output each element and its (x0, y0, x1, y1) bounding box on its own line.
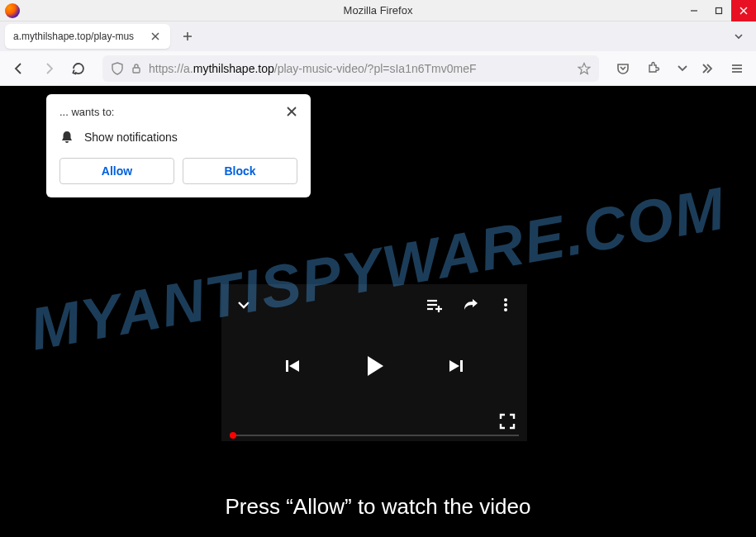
reload-button[interactable] (66, 56, 91, 81)
progress-thumb[interactable] (230, 432, 236, 439)
next-track-icon[interactable] (446, 356, 466, 376)
video-player (221, 284, 527, 441)
play-icon[interactable] (360, 352, 388, 380)
svg-point-18 (504, 298, 507, 302)
bell-icon (59, 130, 74, 145)
allow-button[interactable]: Allow (59, 158, 174, 184)
close-button[interactable] (731, 0, 756, 21)
svg-rect-8 (133, 68, 140, 73)
block-button[interactable]: Block (183, 158, 297, 184)
bookmark-star-icon[interactable] (578, 62, 591, 75)
window-controls (682, 0, 756, 21)
tab-bar: a.mythilshape.top/play-mus (0, 21, 756, 51)
overflow-icon[interactable] (670, 56, 695, 81)
address-bar[interactable]: https://a.mythilshape.top/play-music-vid… (102, 55, 599, 82)
svg-rect-22 (460, 360, 463, 372)
back-button[interactable] (7, 56, 31, 81)
notification-permission-popup: ... wants to: Show notifications Allow B… (46, 94, 311, 197)
notification-origin-text: ... wants to: (59, 106, 114, 118)
queue-icon[interactable] (425, 296, 443, 314)
progress-bar[interactable] (230, 435, 519, 436)
app-menu-icon[interactable] (725, 56, 749, 81)
forward-button[interactable] (36, 56, 61, 81)
svg-point-20 (504, 308, 507, 311)
overflow-chevrons-icon[interactable] (695, 56, 720, 81)
extensions-icon[interactable] (640, 56, 665, 81)
notification-permission-text: Show notifications (84, 131, 178, 144)
previous-track-icon[interactable] (283, 356, 302, 376)
browser-tab[interactable]: a.mythilshape.top/play-mus (5, 24, 170, 49)
lock-icon[interactable] (131, 63, 142, 74)
collapse-icon[interactable] (235, 296, 253, 314)
maximize-button[interactable] (706, 0, 731, 21)
shield-icon[interactable] (111, 62, 124, 75)
share-icon[interactable] (461, 296, 479, 314)
svg-rect-21 (286, 360, 288, 372)
tab-title: a.mythilshape.top/play-mus (13, 31, 149, 42)
url-text: https://a.mythilshape.top/play-music-vid… (149, 62, 571, 75)
window-title: Mozilla Firefox (344, 4, 413, 17)
tab-close-icon[interactable] (149, 30, 162, 43)
svg-point-19 (504, 303, 507, 307)
pocket-icon[interactable] (611, 56, 635, 81)
more-icon[interactable] (497, 297, 514, 313)
window-titlebar: Mozilla Firefox (0, 0, 756, 21)
instruction-text: Press “Allow” to watch the video (0, 494, 756, 520)
popup-close-icon[interactable] (286, 106, 297, 117)
minimize-button[interactable] (682, 0, 706, 21)
firefox-icon (5, 3, 20, 18)
svg-rect-1 (716, 8, 722, 14)
tabs-overflow-icon[interactable] (733, 31, 744, 42)
fullscreen-icon[interactable] (499, 413, 516, 430)
new-tab-button[interactable] (175, 24, 200, 49)
navigation-toolbar: https://a.mythilshape.top/play-music-vid… (0, 51, 756, 86)
